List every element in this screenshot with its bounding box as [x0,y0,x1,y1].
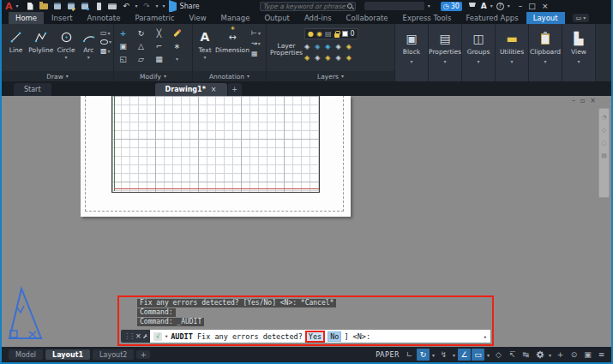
text-tool[interactable]: A Text ▾ [195,27,215,60]
layer-unisolate-tool[interactable]: ◈ [315,54,320,62]
paper-space-toggle[interactable]: PAPER [376,351,400,359]
layer-unlock-tool[interactable]: ◈ [335,54,340,62]
user-caret-icon[interactable]: ▾ [428,3,430,9]
layer-off-tool[interactable]: ◈ [304,43,310,51]
annotation-monitor-icon[interactable]: ⊙ [568,349,580,361]
expand-history-icon[interactable]: ▴ [484,333,487,340]
line-tool[interactable]: Line [3,27,28,54]
command-options-caret-icon[interactable]: ▾ [165,333,168,340]
layer-freeze-tool[interactable]: ◈ [325,43,330,51]
redo-button[interactable]: ↷ [142,2,152,11]
autodesk-caret-icon[interactable]: ▾ [490,3,493,9]
close-button[interactable]: × [542,2,549,10]
plot-button[interactable] [108,2,117,11]
layer-match-tool[interactable]: ◈ [346,43,352,51]
ortho-icon[interactable]: ∠ [458,349,471,361]
polar-caret-icon[interactable]: ▾ [451,352,457,358]
drawing-area[interactable]: – ▫ × ◔ ◇ ○ ▤ Fix any errors detected? [… [2,96,611,347]
osnap-icon[interactable]: ▭ [472,349,484,361]
app-logo-icon[interactable]: A [5,2,13,11]
navigation-bar[interactable]: ◔ ◇ ○ ▤ [598,108,610,198]
command-line-grip[interactable]: ⋮⋮ × [121,330,150,343]
nav-orbit-icon[interactable]: ▤ [601,152,607,159]
layout-viewport[interactable] [111,96,320,193]
dimension-tool[interactable]: ∗ ↔ Dimension [215,27,249,54]
undo-button[interactable]: ↶ [122,2,131,11]
panel-properties[interactable]: ▤ Properties ▾ [429,24,462,81]
panel-groups[interactable]: ◫ Groups ▾ [462,24,496,81]
tab-start[interactable]: Start [14,83,51,96]
graphics-performance-icon[interactable]: ▣ [581,349,594,361]
command-input[interactable]: √ ▾ AUDIT Fix any errors detected? Yes N… [150,330,490,343]
array-tool[interactable]: ▦ [155,55,163,63]
layers-panel-label[interactable]: Layers▾ [267,71,394,81]
nav-wheel-icon[interactable]: ◔ [601,114,606,121]
layer-on-tool[interactable]: ◈ [304,54,310,62]
tab-home[interactable]: Home [9,12,44,24]
arc-tool[interactable]: Arc ▾ [79,27,99,60]
wrench-icon[interactable] [143,332,147,340]
tab-layout2[interactable]: Layout2 [93,349,134,360]
save-to-web-button[interactable] [81,2,90,11]
share-label[interactable]: Share [180,3,200,10]
rectangle-tool[interactable]: ▭▾ [100,29,111,37]
autodesk-logo-icon[interactable]: A [481,2,487,10]
help-icon[interactable]: ? [496,3,504,10]
circle-caret-icon[interactable]: ▾ [65,55,68,60]
trim-tool[interactable]: ╳ [157,29,161,38]
trial-badge[interactable]: ◷ 30 [441,2,462,11]
new-layout-button[interactable]: + [136,350,150,359]
panel-view[interactable]: ▙ View ▾ [562,24,596,81]
new-drawing-tab-button[interactable]: + [228,83,242,96]
circle-tool[interactable]: Circle ▾ [53,27,78,60]
fillet-tool[interactable]: ⌐ [156,42,163,51]
annotation-panel-label[interactable]: Annotation▾ [193,71,266,81]
panel-utilities[interactable]: ▬ Utilities ▾ [496,24,529,81]
option-no-button[interactable]: No [328,331,341,342]
crosshair-icon[interactable]: + [554,349,567,361]
help-caret-icon[interactable]: ▾ [508,3,510,9]
grid-icon[interactable]: ∟ [403,349,416,361]
tab-collaborate[interactable]: Collaborate [340,12,395,24]
option-yes-button[interactable]: Yes [305,331,325,343]
qat-customize-caret-icon[interactable]: ▾ [163,3,165,9]
array-caret-icon[interactable]: ▾ [176,57,178,62]
nav-pan-icon[interactable]: ◇ [602,127,606,134]
search-input[interactable] [260,2,356,11]
hatch-tool[interactable]: ▩▾ [100,47,111,55]
tab-insert[interactable]: Insert [45,12,79,24]
search-icon[interactable] [347,3,352,9]
app-menu-caret-icon[interactable]: ▾ [16,3,19,9]
table-tool[interactable]: ▦ [251,50,261,57]
recent-commands-icon[interactable]: √ [153,332,162,341]
tab-featured-apps[interactable]: Featured Apps [459,12,525,24]
tab-view[interactable]: View [182,12,213,24]
explode-tool[interactable]: ∗ [174,42,181,51]
leader-tool[interactable]: ↝▾ [251,39,261,47]
tab-layout[interactable]: Layout [526,12,565,24]
erase-tool[interactable] [173,29,181,37]
ribbon-display-toggle[interactable]: ▭ ▾ [573,14,590,22]
save-as-button[interactable] [67,2,76,11]
doc-minimize-icon[interactable]: – [572,97,575,104]
minimize-button[interactable]: – [519,2,523,10]
panel-block[interactable]: ▣ Block ▾ [395,24,429,81]
undo-caret-icon[interactable]: ▾ [135,3,138,9]
osnap-caret-icon[interactable]: ▾ [485,352,491,358]
workspace-gear-icon[interactable] [533,349,546,361]
polar-tracking-icon[interactable]: ↯ [437,349,450,361]
layer-walk-tool[interactable]: ◈ [346,54,352,62]
tab-annotate[interactable]: Annotate [81,12,128,24]
tab-express-tools[interactable]: Express Tools [396,12,459,24]
snap-mode-icon[interactable]: ↻ [417,349,430,361]
mirror-tool[interactable]: △ [138,42,144,51]
arc-caret-icon[interactable]: ▾ [87,55,90,60]
dimension-style-tool[interactable]: ⊢▾ [251,29,261,37]
tab-parametric[interactable]: Parametric [128,12,181,24]
rotate-tool[interactable]: ↻ [138,29,145,38]
redo-caret-icon[interactable]: ▾ [156,3,159,9]
share-button[interactable] [169,3,177,10]
close-drawing-icon[interactable]: × [211,86,217,93]
snap-caret-icon[interactable]: ▾ [430,352,436,358]
move-tool[interactable]: + [120,29,127,38]
